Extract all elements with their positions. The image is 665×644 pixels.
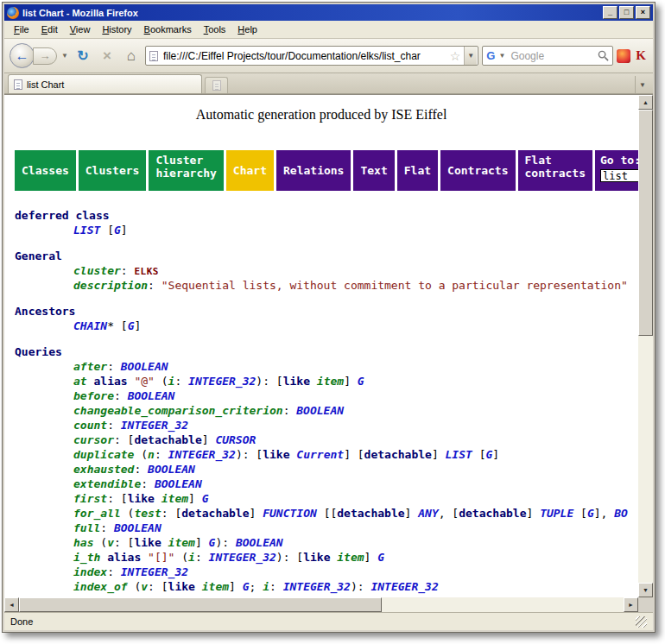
nav-button-flat[interactable]: Flat — [397, 150, 438, 191]
class-link[interactable]: G — [587, 507, 594, 520]
class-link[interactable]: INTEGER_32 — [188, 375, 256, 388]
nav-button-clusters[interactable]: Clusters — [79, 150, 147, 191]
code-text: ] — [432, 448, 446, 461]
class-link[interactable]: INTEGER_32 — [121, 419, 188, 432]
code-text: : — [121, 264, 135, 277]
menu-view[interactable]: View — [64, 22, 97, 37]
nav-button-chart[interactable]: Chart — [226, 150, 274, 191]
class-link[interactable]: Current — [296, 448, 344, 461]
url-dropdown-button[interactable]: ▼ — [464, 47, 477, 65]
class-link[interactable]: INTEGER_32 — [121, 565, 188, 578]
url-input[interactable] — [162, 49, 446, 63]
history-dropdown-icon[interactable]: ▼ — [60, 52, 69, 60]
class-link[interactable]: INTEGER_32 — [283, 580, 351, 593]
class-link[interactable]: G — [202, 492, 209, 505]
nav-button-go-to[interactable]: Go to: — [595, 150, 638, 191]
menu-tools[interactable]: Tools — [198, 22, 232, 37]
feature-name: cluster — [73, 264, 121, 277]
code-text: : [ — [114, 433, 134, 446]
forward-button[interactable]: → — [33, 47, 57, 65]
class-link[interactable]: BOOLEAN — [128, 389, 175, 402]
menu-file[interactable]: File — [8, 22, 35, 37]
scroll-left-button[interactable]: ◄ — [4, 597, 19, 612]
class-link[interactable]: BOOLEAN — [121, 360, 168, 373]
class-link[interactable]: INTEGER_32 — [370, 580, 438, 593]
code-text: ] — [364, 551, 378, 564]
nav-button-label: Relations — [283, 164, 344, 177]
menu-edit[interactable]: Edit — [35, 22, 64, 37]
menu-help[interactable]: Help — [231, 22, 263, 37]
code-text: : — [283, 404, 297, 417]
scroll-down-button[interactable]: ▼ — [638, 583, 653, 597]
nav-button-contracts[interactable]: Contracts — [440, 150, 515, 191]
class-link[interactable]: FUNCTION — [263, 507, 317, 520]
class-link[interactable]: INTEGER_32 — [168, 448, 236, 461]
resize-grip[interactable] — [636, 616, 647, 628]
code-text: : — [100, 521, 114, 534]
code-keyword: detachable — [134, 433, 201, 446]
class-link[interactable]: INTEGER_32 — [209, 551, 276, 564]
search-box[interactable]: G ▼ — [482, 46, 613, 66]
nav-button-text[interactable]: Text — [353, 150, 394, 191]
bookmark-star-icon[interactable]: ☆ — [450, 50, 461, 62]
code-line: CHAIN* [G] — [15, 319, 638, 333]
class-link[interactable]: BOOLEAN — [148, 463, 195, 476]
horizontal-scroll-thumb[interactable] — [19, 597, 382, 612]
nav-button-flat-contracts[interactable]: Flat contracts — [518, 150, 592, 191]
cluster-link[interactable]: ELKS — [134, 266, 159, 277]
class-link[interactable]: ANY — [418, 507, 438, 520]
search-icon[interactable] — [598, 50, 609, 61]
class-link[interactable]: G — [243, 580, 250, 593]
nav-button-cluster-hierarchy[interactable]: Cluster hierarchy — [149, 150, 223, 191]
horizontal-scrollbar[interactable]: ◄ ► — [4, 597, 638, 612]
scroll-right-button[interactable]: ► — [624, 597, 638, 612]
kaspersky-icon[interactable]: K — [634, 49, 648, 62]
class-link[interactable]: BOOLEAN — [236, 536, 283, 549]
search-engine-dropdown-icon[interactable]: ▼ — [497, 52, 506, 60]
code-text — [141, 551, 148, 564]
new-tab-stub[interactable] — [205, 77, 228, 93]
reload-button[interactable]: ↻ — [73, 46, 93, 66]
code-text — [310, 375, 317, 388]
addon-icon[interactable] — [617, 49, 630, 63]
class-link[interactable]: LIST — [73, 224, 100, 237]
goto-input[interactable] — [600, 169, 638, 182]
class-link[interactable]: CHAIN — [73, 319, 107, 332]
class-link[interactable]: G — [114, 224, 121, 237]
code-text: : — [174, 375, 188, 388]
menu-history[interactable]: History — [96, 22, 137, 37]
code-line: at alias "@" (i: INTEGER_32): [like item… — [15, 374, 638, 388]
vertical-scrollbar[interactable]: ▲ ▼ — [638, 95, 653, 597]
code-line: first: [like item] G — [15, 491, 638, 506]
class-link[interactable]: BO — [614, 507, 628, 520]
class-link[interactable]: G — [358, 375, 364, 388]
address-bar[interactable]: ☆ ▼ — [145, 46, 478, 66]
class-link[interactable]: BOOLEAN — [114, 521, 162, 534]
nav-button-relations[interactable]: Relations — [276, 150, 351, 191]
code-text: ): [ — [256, 375, 282, 388]
vertical-scroll-thumb[interactable] — [638, 110, 653, 336]
maximize-button[interactable]: □ — [619, 6, 634, 19]
class-link[interactable]: G — [377, 551, 384, 564]
title-bar[interactable]: list Chart - Mozilla Firefox _ □ × — [4, 4, 653, 21]
string-literal: "Sequential lists, without commitment to… — [162, 279, 628, 292]
close-button[interactable]: × — [636, 6, 650, 19]
class-link[interactable]: BOOLEAN — [155, 477, 202, 490]
google-logo-icon[interactable]: G — [486, 50, 495, 61]
code-keyword: like — [263, 448, 289, 461]
class-link[interactable]: TUPLE — [540, 507, 573, 520]
class-link[interactable]: LIST — [446, 448, 472, 461]
back-button[interactable]: ← — [10, 43, 35, 68]
tab-list-dropdown[interactable]: ▼ — [635, 76, 649, 93]
search-input[interactable] — [509, 49, 595, 63]
scroll-up-button[interactable]: ▲ — [638, 95, 653, 110]
class-link[interactable]: CURSOR — [215, 433, 256, 446]
home-button[interactable]: ⌂ — [121, 46, 142, 66]
nav-button-classes[interactable]: Classes — [15, 150, 76, 191]
class-link[interactable]: BOOLEAN — [296, 404, 344, 417]
menu-bookmarks[interactable]: Bookmarks — [138, 22, 198, 37]
code-text: : — [155, 448, 168, 461]
tab-list-chart[interactable]: list Chart — [8, 74, 202, 93]
minimize-button[interactable]: _ — [603, 6, 618, 19]
stop-button[interactable]: × — [97, 46, 117, 66]
